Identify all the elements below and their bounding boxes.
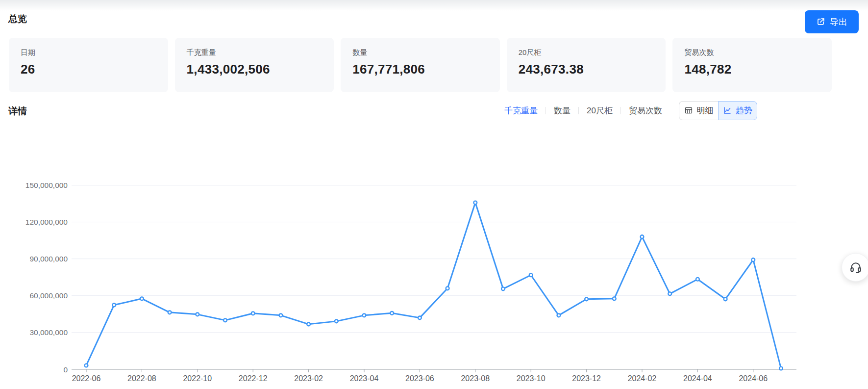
svg-text:2023-12: 2023-12 [572,374,601,383]
detail-title: 详情 [8,105,27,118]
svg-text:2022-08: 2022-08 [127,374,156,383]
stat-card-quantity: 数量 167,771,806 [341,38,500,92]
stat-value: 1,433,002,506 [187,62,322,77]
svg-text:2023-04: 2023-04 [350,374,379,383]
export-button[interactable]: 导出 [805,10,859,33]
svg-text:2023-08: 2023-08 [461,374,490,383]
svg-text:30,000,000: 30,000,000 [29,328,68,337]
stat-value: 167,771,806 [352,62,488,77]
svg-text:2023-10: 2023-10 [517,374,546,383]
view-trend-label: 趋势 [736,105,752,116]
detail-header-row: 详情 千克重量 数量 20尺柜 贸易次数 明细 [0,98,868,123]
svg-text:120,000,000: 120,000,000 [25,218,68,226]
tab-separator [546,107,546,114]
export-icon [816,17,825,26]
svg-text:2024-04: 2024-04 [683,374,712,383]
tab-quantity[interactable]: 数量 [554,105,570,116]
stat-value: 26 [21,62,156,77]
stat-card-20ft-container: 20尺柜 243,673.38 [507,38,666,92]
detail-controls: 千克重量 数量 20尺柜 贸易次数 明细 [504,98,757,123]
svg-text:2024-06: 2024-06 [739,374,768,383]
stat-label: 数量 [352,48,488,57]
top-gradient [0,0,868,11]
svg-text:2022-12: 2022-12 [239,374,268,383]
tab-separator [578,107,579,114]
stat-value: 148,782 [684,62,820,77]
view-detail-button[interactable]: 明细 [679,101,718,120]
svg-text:150,000,000: 150,000,000 [25,181,68,189]
svg-text:90,000,000: 90,000,000 [29,255,68,263]
view-detail-label: 明细 [697,105,714,116]
svg-text:2022-06: 2022-06 [72,374,101,383]
stat-card-kg-weight: 千克重量 1,433,002,506 [175,38,334,92]
svg-text:2024-02: 2024-02 [628,374,657,383]
trend-icon [723,106,732,115]
stat-card-trade-count: 贸易次数 148,782 [672,38,832,92]
view-toggle: 明细 趋势 [679,101,757,120]
tab-trade-count[interactable]: 贸易次数 [629,105,662,116]
view-trend-button[interactable]: 趋势 [718,101,757,120]
svg-text:0: 0 [63,365,68,374]
svg-text:60,000,000: 60,000,000 [29,291,68,300]
svg-text:2023-02: 2023-02 [294,374,323,383]
tab-separator [620,107,621,114]
metric-tabs: 千克重量 数量 20尺柜 贸易次数 [504,105,662,116]
svg-text:2022-10: 2022-10 [183,374,212,383]
svg-text:2023-06: 2023-06 [405,374,434,383]
export-label: 导出 [830,16,847,28]
stat-label: 千克重量 [187,48,322,57]
stat-cards-row: 日期 26 千克重量 1,433,002,506 数量 167,771,806 … [9,38,832,92]
stat-value: 243,673.38 [519,62,654,77]
tab-20ft-container[interactable]: 20尺柜 [587,105,613,116]
stat-label: 贸易次数 [684,48,820,57]
stat-label: 日期 [21,48,156,57]
stat-label: 20尺柜 [519,48,654,57]
customer-service-button[interactable] [842,253,868,282]
stat-card-date: 日期 26 [9,38,168,92]
page-title: 总览 [8,13,27,26]
headset-icon [849,261,862,274]
table-icon [684,106,693,115]
tab-kg-weight[interactable]: 千克重量 [504,105,538,116]
